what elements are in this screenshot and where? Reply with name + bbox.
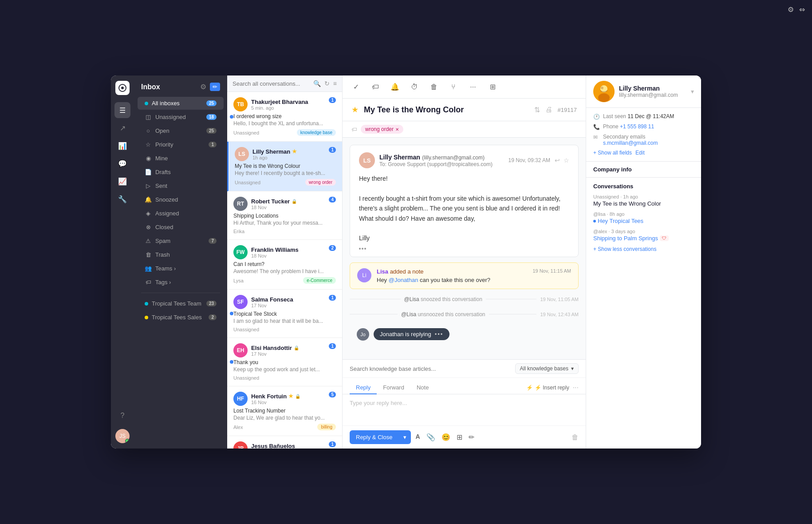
conv-item-name: Lilly Sherman ★ xyxy=(252,148,336,155)
nav-icon-analytics[interactable]: 📈 xyxy=(114,173,130,189)
conversation-item[interactable]: 1 EH Elsi Hansdottir 🔒 17 Nov Thank you … xyxy=(227,338,342,386)
conv-item-header: EH Elsi Hansdottir 🔒 17 Nov xyxy=(233,343,336,357)
sidebar-item-trash[interactable]: 🗑 Trash xyxy=(138,248,224,261)
sidebar-settings-icon[interactable]: ⚙ xyxy=(200,83,206,91)
sidebar-item-tropical-tees-team[interactable]: Tropical Tees Team 23 xyxy=(138,297,224,310)
nav-icon-chat[interactable]: 💬 xyxy=(114,155,130,171)
tag-chip-wrong-order[interactable]: wrong order ✕ xyxy=(361,125,403,134)
conv-item-time: 17 Nov xyxy=(251,303,336,308)
sidebar-item-all-inboxes[interactable]: All inboxes 25 xyxy=(138,97,224,110)
grid-button[interactable]: ⊞ xyxy=(486,81,499,93)
delete-button[interactable]: 🗑 xyxy=(428,81,440,93)
tab-reply[interactable]: Reply xyxy=(350,381,377,394)
activity-text: @Lisa unsnoozed this conversation xyxy=(401,311,485,318)
tab-forward[interactable]: Forward xyxy=(377,381,410,394)
conv-item-header: FW Franklin Williams 18 Nov xyxy=(233,245,336,259)
conv-item-tag: wrong order xyxy=(305,179,336,186)
tab-note[interactable]: Note xyxy=(410,381,435,394)
edit-contact-link[interactable]: Edit xyxy=(635,150,645,156)
message-expand-dots[interactable] xyxy=(359,248,569,250)
kb-search-input[interactable] xyxy=(350,365,512,372)
sidebar-item-open[interactable]: ○ Open 25 xyxy=(138,124,224,137)
sidebar-item-priority[interactable]: ☆ Priority 1 xyxy=(138,138,224,151)
sidebar-item-sent-label: Sent xyxy=(155,183,217,189)
bookmark-icon[interactable]: ☆ xyxy=(564,157,569,164)
text-format-icon[interactable]: A xyxy=(415,433,420,441)
attachment-icon[interactable]: 📎 xyxy=(426,433,435,441)
status-button[interactable]: ⏱ xyxy=(408,81,421,93)
sidebar-item-tags[interactable]: 🏷 Tags › xyxy=(138,276,224,289)
svg-point-1 xyxy=(121,87,124,89)
tropical-tees-team-dot xyxy=(145,302,148,306)
nav-icon-inbox[interactable]: ☰ xyxy=(114,102,130,118)
sidebar-item-assigned[interactable]: ◈ Assigned xyxy=(138,207,224,220)
reply-close-dropdown-icon[interactable]: ▾ xyxy=(399,430,411,444)
convo-status: Unassigned · 1h ago xyxy=(593,194,638,199)
nav-icon-reports[interactable]: 📊 xyxy=(114,138,130,154)
conversation-item[interactable]: 5 HF Henk Fortuin ★ 🔒 16 Nov Lost Tracki… xyxy=(227,386,342,436)
conv-item-info: Robert Tucker 🔒 18 Nov xyxy=(251,198,336,210)
print-icon[interactable]: 🖨 xyxy=(545,106,552,114)
app-container: ☰ ↗ 📊 💬 📈 🔧 ? JS Inbox ⚙ ✏ All inboxes 2… xyxy=(111,75,701,449)
show-all-fields-link[interactable]: + Show all fields xyxy=(593,150,632,156)
search-input[interactable] xyxy=(233,80,310,87)
sidebar-item-spam[interactable]: ⚠ Spam 7 xyxy=(138,234,224,247)
reply-close-button[interactable]: Reply & Close ▾ xyxy=(350,430,411,444)
filter-icon[interactable]: ≡ xyxy=(333,80,337,87)
convo-item-meta: @lisa · 8h ago xyxy=(593,211,694,217)
last-seen-value: 11 Dec @ 11:42AM xyxy=(627,113,674,119)
discard-icon[interactable]: 🗑 xyxy=(572,433,579,441)
reply-icon[interactable]: ↩ xyxy=(555,157,560,164)
kb-selector-dropdown[interactable]: All knowledge bases ▾ xyxy=(515,363,579,374)
convo-link[interactable]: Shipping to Palm Springs 🛡 xyxy=(593,235,694,242)
reply-input[interactable]: Type your reply here... xyxy=(343,394,586,425)
sidebar-item-sent[interactable]: ▷ Sent xyxy=(138,179,224,192)
resolve-button[interactable]: ✓ xyxy=(350,81,362,93)
note-header: Lisa added a note 19 Nov, 11:15 AM xyxy=(377,268,571,275)
sidebar-item-unassigned[interactable]: ◫ Unassigned 18 xyxy=(138,111,224,123)
search-icon[interactable]: 🔍 xyxy=(313,80,321,87)
refresh-icon[interactable]: ↻ xyxy=(324,80,330,87)
unassigned-icon: ◫ xyxy=(145,114,152,120)
conv-item-footer: Erika xyxy=(233,229,336,234)
insert-reply-button[interactable]: ⚡ ⚡ Insert reply xyxy=(526,385,569,391)
branch-button[interactable]: ⑂ xyxy=(447,81,460,93)
company-info-title: Company info xyxy=(593,166,694,173)
convo-item-meta: Unassigned · 1h ago xyxy=(593,194,694,199)
expand-icon[interactable]: ⇅ xyxy=(534,106,540,114)
sidebar-title: Inbox xyxy=(141,83,160,91)
conversation-item[interactable]: 1 SF Salma Fonseca 17 Nov Tropical Tee S… xyxy=(227,290,342,338)
conversation-star-icon[interactable]: ★ xyxy=(351,105,359,115)
snooze-button[interactable]: 🔔 xyxy=(389,81,401,93)
conversations-section-title: Conversations xyxy=(593,183,694,190)
sidebar-item-tropical-tees-sales[interactable]: Tropical Tees Sales 2 xyxy=(138,311,224,324)
label-button[interactable]: 🏷 xyxy=(369,81,382,93)
sidebar-item-closed[interactable]: ⊗ Closed xyxy=(138,221,224,234)
conv-item-subject: Tropical Tee Stock xyxy=(233,311,336,317)
nav-icon-help[interactable]: ? xyxy=(114,408,130,424)
sidebar-item-teams[interactable]: 👥 Teams › xyxy=(138,262,224,275)
show-less-conversations-link[interactable]: + Show less conversations xyxy=(593,246,694,252)
sidebar-item-drafts[interactable]: 📄 Drafts xyxy=(138,166,224,179)
reply-more-icon[interactable]: ··· xyxy=(573,384,579,392)
activity-text: @Lisa snoozed this conversation xyxy=(404,296,482,302)
emoji-icon[interactable]: 😊 xyxy=(441,433,450,441)
convo-link[interactable]: Hey Tropical Tees xyxy=(593,218,694,224)
sidebar-compose-icon[interactable]: ✏ xyxy=(210,83,220,91)
conversation-item[interactable]: 1 JB Jesus Bañuelos 16 Nov Tee Christmas… xyxy=(227,436,342,449)
conversation-item[interactable]: 1 TB Thakurjeet Bharvana 5 min. ago I or… xyxy=(227,92,342,142)
conversation-item[interactable]: 2 FW Franklin Williams 18 Nov Can I retu… xyxy=(227,240,342,290)
conv-item-tag: e-Commerce xyxy=(303,277,336,284)
signature-icon[interactable]: ✏ xyxy=(469,433,474,441)
sidebar-item-snoozed[interactable]: 🔔 Snoozed xyxy=(138,193,224,206)
conversation-item[interactable]: 1 LS Lilly Sherman ★ 1h ago My Tee is th… xyxy=(227,142,342,191)
template-icon[interactable]: ⊞ xyxy=(457,433,462,441)
more-button[interactable]: ··· xyxy=(467,81,479,93)
conversation-item[interactable]: 4 RT Robert Tucker 🔒 18 Nov Shipping Loc… xyxy=(227,191,342,240)
nav-icon-settings[interactable]: 🔧 xyxy=(114,191,130,207)
tag-chip-close-icon[interactable]: ✕ xyxy=(395,127,399,132)
contact-chevron-icon[interactable]: ▾ xyxy=(691,88,694,95)
sidebar-item-mine[interactable]: ◉ Mine xyxy=(138,152,224,165)
nav-icon-contacts[interactable]: ↗ xyxy=(114,120,130,136)
current-user-avatar[interactable]: JS xyxy=(115,429,130,443)
